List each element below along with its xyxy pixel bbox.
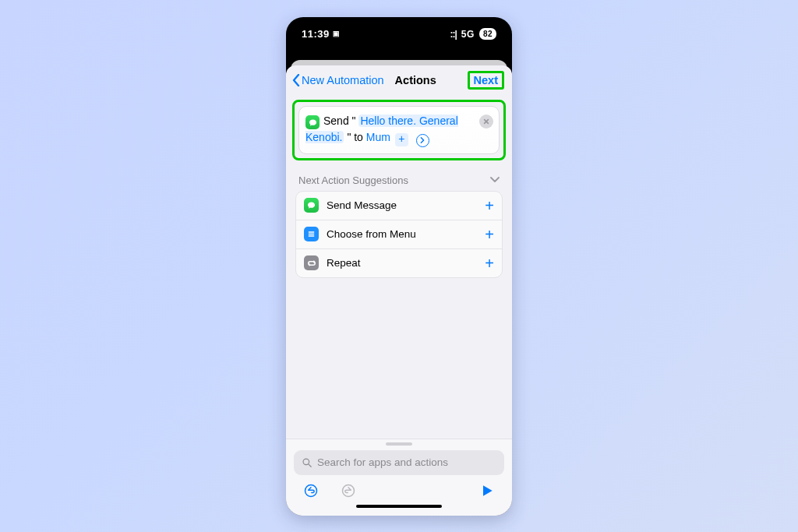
suggestion-label: Choose from Menu (327, 228, 416, 240)
home-indicator[interactable] (356, 505, 442, 508)
svg-point-1 (305, 484, 317, 496)
action-prefix: Send " (323, 115, 356, 127)
messages-app-icon (305, 115, 320, 129)
add-suggestion-button[interactable]: + (485, 227, 494, 242)
search-placeholder: Search for apps and actions (317, 456, 448, 468)
action-mid: " to (347, 131, 363, 143)
chevron-right-icon (419, 137, 425, 143)
phone-frame: 11:39 ▣ ::| 5G 82 New Automation Actions… (286, 17, 512, 516)
suggestion-repeat[interactable]: Repeat + (296, 249, 502, 277)
location-indicator-icon: ▣ (333, 30, 341, 37)
delete-action-button[interactable] (479, 115, 493, 129)
network-label: 5G (461, 29, 475, 40)
back-label: New Automation (302, 74, 384, 86)
repeat-icon (304, 255, 319, 270)
chevron-down-icon (490, 177, 500, 183)
page-title: Actions (395, 74, 436, 86)
suggestion-send-message[interactable]: Send Message + (296, 192, 502, 220)
bottom-panel: Search for apps and actions (286, 439, 512, 516)
recipient-token[interactable]: Mum (366, 131, 390, 143)
svg-point-0 (303, 459, 309, 465)
status-time: 11:39 (302, 28, 330, 40)
suggestions-list: Send Message + Choose from Menu + Repeat… (295, 191, 503, 278)
redo-button (341, 483, 356, 499)
status-bar: 11:39 ▣ ::| 5G 82 (286, 17, 512, 51)
add-suggestion-button[interactable]: + (485, 198, 494, 213)
run-button[interactable] (479, 483, 495, 499)
undo-icon (303, 483, 319, 499)
suggestion-choose-from-menu[interactable]: Choose from Menu + (296, 220, 502, 249)
action-highlight-box: Send " Hello there. General Kenobi. " to… (292, 100, 506, 160)
svg-point-2 (343, 484, 355, 496)
add-suggestion-button[interactable]: + (485, 255, 494, 271)
messages-app-icon (304, 198, 319, 213)
menu-icon (304, 227, 319, 241)
editor-toolbar (294, 475, 504, 500)
next-button[interactable]: Next (468, 71, 504, 90)
actions-sheet: New Automation Actions Next Send " Hello… (286, 65, 512, 516)
search-field[interactable]: Search for apps and actions (294, 450, 504, 475)
drag-handle[interactable] (386, 442, 412, 446)
play-icon (479, 483, 495, 499)
undo-button[interactable] (303, 483, 319, 499)
back-button[interactable]: New Automation (292, 74, 384, 86)
suggestions-title: Next Action Suggestions (298, 174, 408, 186)
suggestions-header[interactable]: Next Action Suggestions (286, 160, 512, 191)
send-message-action-card[interactable]: Send " Hello there. General Kenobi. " to… (298, 106, 500, 154)
signal-icon: ::| (450, 29, 457, 40)
chevron-left-icon (292, 74, 300, 86)
redo-icon (341, 483, 356, 499)
suggestion-label: Send Message (327, 199, 397, 211)
close-icon (483, 118, 489, 125)
reveal-options-button[interactable] (416, 134, 429, 147)
nav-bar: New Automation Actions Next (286, 65, 512, 95)
search-icon (302, 457, 312, 468)
battery-indicator: 82 (479, 28, 496, 40)
add-recipient-button[interactable]: + (395, 133, 408, 146)
suggestion-label: Repeat (327, 257, 361, 269)
